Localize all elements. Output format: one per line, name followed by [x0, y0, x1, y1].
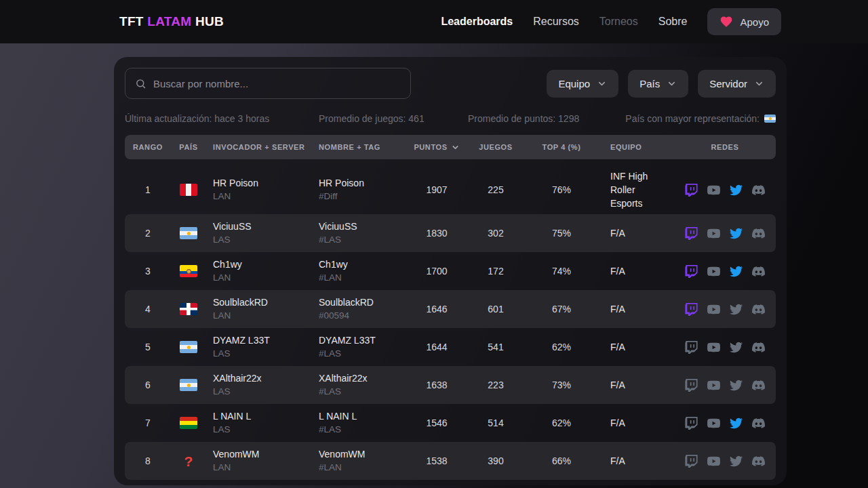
invocador-cell: XAlthair22x LAS: [206, 371, 312, 399]
nombre-name: Ch1wy: [319, 258, 407, 271]
youtube-icon[interactable]: [707, 379, 720, 392]
invocador-name: VenomWM: [213, 447, 312, 461]
rank-cell: 1: [125, 184, 171, 195]
country-cell: [171, 341, 206, 353]
twitch-icon[interactable]: [685, 417, 698, 430]
unknown-country-icon: ?: [180, 455, 197, 467]
filter-equipo[interactable]: Equipo: [547, 70, 618, 98]
twitter-icon[interactable]: [730, 455, 743, 468]
twitter-icon[interactable]: [730, 379, 743, 392]
top4-cell: 75%: [525, 228, 598, 239]
country-cell: [171, 303, 206, 315]
youtube-icon[interactable]: [707, 265, 720, 278]
invocador-name: XAlthair22x: [213, 371, 312, 385]
nav-link-leaderboards[interactable]: Leaderboards: [441, 16, 513, 28]
twitter-icon[interactable]: [730, 184, 743, 197]
twitch-icon[interactable]: [685, 341, 698, 354]
equipo-cell: F/A: [598, 264, 674, 278]
nombre-tag: #LAS: [319, 233, 407, 247]
discord-icon[interactable]: [752, 227, 765, 240]
filter-servidor[interactable]: Servidor: [698, 70, 776, 98]
discord-icon[interactable]: [752, 379, 765, 392]
twitter-icon[interactable]: [730, 265, 743, 278]
header-puntos-sort[interactable]: PUNTOS: [407, 143, 467, 152]
toolbar: Equipo País Servidor: [125, 68, 776, 99]
equipo-cell: F/A: [598, 302, 674, 316]
twitch-icon[interactable]: [685, 303, 698, 316]
socials-cell: [674, 184, 776, 197]
discord-icon[interactable]: [752, 303, 765, 316]
youtube-icon[interactable]: [707, 341, 720, 354]
socials-cell: [674, 455, 776, 468]
twitter-icon[interactable]: [730, 303, 743, 316]
socials-cell: [674, 227, 776, 240]
puntos-cell: 1700: [407, 266, 467, 277]
stats-bar: Última actualización: hace 3 horas Prome…: [125, 113, 776, 124]
invocador-cell: VenomWM LAN: [206, 447, 312, 474]
nav-link-recursos[interactable]: Recursos: [533, 16, 579, 28]
nombre-tag: #LAS: [319, 423, 407, 436]
table-body: 1 HR Poison LAN HR Poison #Diff 1907 225…: [125, 165, 776, 480]
invocador-server: LAN: [213, 190, 312, 203]
youtube-icon[interactable]: [707, 227, 720, 240]
pe-flag: [180, 184, 197, 196]
nombre-cell: HR Poison #Diff: [312, 176, 407, 203]
support-button[interactable]: Apoyo: [707, 8, 781, 35]
puntos-cell: 1638: [407, 380, 467, 390]
rank-cell: 4: [125, 304, 171, 314]
twitch-icon[interactable]: [685, 265, 698, 278]
rank-cell: 3: [125, 266, 171, 277]
table-row: 1 HR Poison LAN HR Poison #Diff 1907 225…: [125, 165, 776, 214]
nombre-tag: #LAS: [319, 385, 407, 399]
filter-pais-label: País: [639, 78, 660, 89]
youtube-icon[interactable]: [707, 417, 720, 430]
nav-link-torneos[interactable]: Torneos: [599, 16, 638, 28]
top4-cell: 62%: [525, 342, 598, 352]
discord-icon[interactable]: [752, 265, 765, 278]
rank-cell: 5: [125, 342, 171, 352]
youtube-icon[interactable]: [707, 303, 720, 316]
app-logo[interactable]: TFT LATAM HUB: [119, 14, 224, 29]
juegos-cell: 302: [467, 228, 525, 239]
header-juegos: JUEGOS: [467, 143, 525, 151]
nombre-tag: #LAN: [319, 461, 407, 474]
youtube-icon[interactable]: [707, 455, 720, 468]
equipo-cell: F/A: [598, 226, 674, 240]
discord-icon[interactable]: [752, 417, 765, 430]
search-input[interactable]: [153, 78, 401, 89]
twitch-icon[interactable]: [685, 455, 698, 468]
country-cell: ?: [171, 455, 206, 467]
rank-cell: 8: [125, 455, 171, 466]
nombre-cell: VenomWM #LAN: [312, 447, 407, 474]
juegos-cell: 514: [467, 418, 525, 428]
nombre-name: VenomWM: [319, 447, 407, 461]
juegos-cell: 390: [467, 455, 525, 466]
invocador-cell: ViciuuSS LAS: [206, 220, 312, 247]
puntos-cell: 1644: [407, 342, 467, 352]
puntos-cell: 1646: [407, 304, 467, 314]
rank-cell: 6: [125, 380, 171, 390]
support-button-label: Apoyo: [740, 16, 769, 28]
table-row: 7 L NAIN L LAS L NAIN L #LAS 1546 514 62…: [125, 404, 776, 442]
top4-cell: 67%: [525, 304, 598, 314]
twitch-icon[interactable]: [685, 184, 698, 197]
bo-flag: [180, 417, 197, 429]
equipo-cell: F/A: [598, 378, 674, 392]
discord-icon[interactable]: [752, 455, 765, 468]
discord-icon[interactable]: [752, 341, 765, 354]
puntos-cell: 1546: [407, 418, 467, 428]
twitter-icon[interactable]: [730, 341, 743, 354]
invocador-name: HR Poison: [213, 176, 312, 190]
twitter-icon[interactable]: [730, 417, 743, 430]
header-pais: PAÍS: [171, 143, 206, 151]
juegos-cell: 601: [467, 304, 525, 314]
youtube-icon[interactable]: [707, 184, 720, 197]
twitter-icon[interactable]: [730, 227, 743, 240]
filter-pais[interactable]: País: [628, 70, 688, 98]
nav-link-sobre[interactable]: Sobre: [658, 16, 688, 28]
twitch-icon[interactable]: [685, 227, 698, 240]
stat-last-update: Última actualización: hace 3 horas: [125, 113, 319, 124]
twitch-icon[interactable]: [685, 379, 698, 392]
discord-icon[interactable]: [752, 184, 765, 197]
nav-links: Leaderboards Recursos Torneos Sobre Apoy…: [441, 8, 781, 35]
